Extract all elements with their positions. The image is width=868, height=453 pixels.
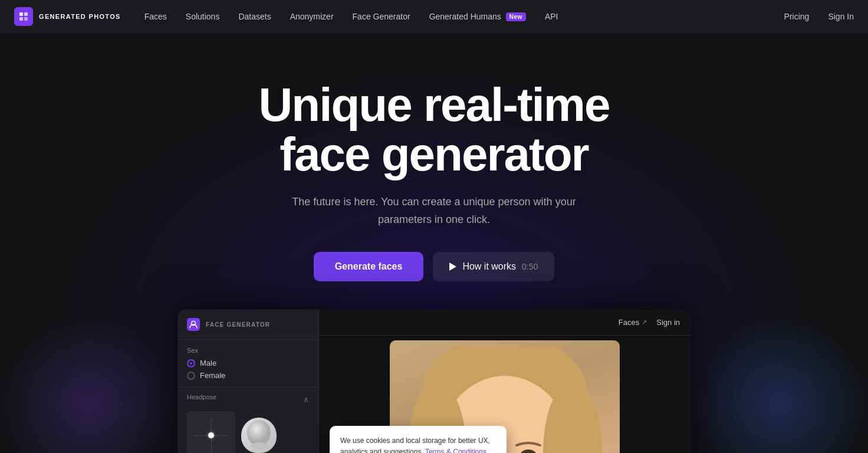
svg-point-6 bbox=[247, 420, 271, 446]
sex-female-option[interactable]: Female bbox=[187, 371, 309, 380]
svg-rect-1 bbox=[24, 12, 28, 16]
cookie-text: We use cookies and local storage for bet… bbox=[340, 435, 496, 453]
hero-title: Unique real-time face generator bbox=[228, 80, 640, 179]
hero-section: Unique real-time face generator The futu… bbox=[0, 33, 868, 453]
grid-dot bbox=[208, 432, 214, 438]
demo-card: FACE GENERATOR Sex Male Female bbox=[177, 310, 691, 453]
sex-label: Sex bbox=[187, 347, 309, 354]
demo-area: FACE GENERATOR Sex Male Female bbox=[12, 281, 856, 453]
sex-female-label: Female bbox=[200, 371, 225, 380]
how-it-works-label: How it works bbox=[462, 261, 516, 272]
sex-section: Sex Male Female bbox=[177, 340, 318, 387]
nav-item-anonymizer[interactable]: Anonymizer bbox=[290, 12, 334, 21]
cookie-terms-link[interactable]: Terms & Conditions bbox=[425, 448, 486, 453]
logo[interactable]: GENERATED PHOTOS bbox=[14, 7, 121, 26]
generate-faces-button[interactable]: Generate faces bbox=[314, 252, 424, 281]
nav-pricing[interactable]: Pricing bbox=[784, 12, 810, 21]
how-it-works-button[interactable]: How it works 0:50 bbox=[433, 252, 554, 281]
svg-point-7 bbox=[251, 442, 267, 449]
right-panel-signin[interactable]: Sign in bbox=[656, 318, 680, 327]
logo-text: GENERATED PHOTOS bbox=[39, 13, 121, 20]
headpose-section: Headpose ∧ bbox=[177, 387, 318, 453]
sex-female-radio bbox=[187, 372, 195, 380]
sex-male-radio bbox=[187, 359, 195, 367]
faces-link[interactable]: Faces ↗ bbox=[619, 318, 647, 327]
external-link-icon: ↗ bbox=[642, 319, 647, 326]
nav-item-face-generator[interactable]: Face Generator bbox=[353, 12, 410, 21]
nav-item-datasets[interactable]: Datasets bbox=[238, 12, 271, 21]
nav-sign-in[interactable]: Sign In bbox=[828, 12, 854, 21]
nav-links: Faces Solutions Datasets Anonymizer Face… bbox=[144, 12, 784, 21]
hero-buttons: Generate faces How it works 0:50 bbox=[314, 252, 555, 281]
nav-item-faces[interactable]: Faces bbox=[144, 12, 167, 21]
nav-right: Pricing Sign In bbox=[784, 12, 854, 21]
face-generator-icon bbox=[187, 318, 200, 331]
new-badge: New bbox=[506, 12, 526, 21]
svg-rect-3 bbox=[24, 17, 28, 21]
face-generator-label: FACE GENERATOR bbox=[206, 321, 270, 328]
headpose-label: Headpose bbox=[187, 393, 216, 401]
right-panel: Faces ↗ Sign in bbox=[319, 310, 691, 453]
nav-item-generated-humans[interactable]: Generated Humans New bbox=[429, 12, 526, 21]
navigation: GENERATED PHOTOS Faces Solutions Dataset… bbox=[0, 0, 868, 33]
sex-male-label: Male bbox=[200, 359, 216, 367]
nav-item-solutions[interactable]: Solutions bbox=[186, 12, 220, 21]
cookie-banner: We use cookies and local storage for bet… bbox=[330, 426, 507, 453]
logo-icon bbox=[14, 7, 33, 26]
svg-rect-0 bbox=[19, 12, 23, 16]
how-it-works-timer: 0:50 bbox=[522, 262, 538, 271]
nav-item-api[interactable]: API bbox=[545, 12, 558, 21]
sex-male-option[interactable]: Male bbox=[187, 359, 309, 367]
head-3d-preview bbox=[241, 418, 277, 453]
left-panel: FACE GENERATOR Sex Male Female bbox=[177, 310, 319, 453]
svg-rect-2 bbox=[19, 17, 23, 21]
faces-link-label: Faces bbox=[619, 318, 639, 327]
left-panel-header: FACE GENERATOR bbox=[177, 310, 318, 340]
sex-radio-group: Male Female bbox=[187, 359, 309, 380]
right-panel-header: Faces ↗ Sign in bbox=[319, 310, 691, 336]
headpose-chevron-icon[interactable]: ∧ bbox=[303, 395, 309, 404]
play-icon bbox=[449, 262, 456, 271]
headpose-grid[interactable] bbox=[187, 411, 235, 453]
hero-subtitle: The future is here. You can create a uni… bbox=[281, 193, 587, 228]
headpose-content bbox=[187, 411, 309, 453]
headpose-header-row: Headpose ∧ bbox=[187, 393, 309, 405]
